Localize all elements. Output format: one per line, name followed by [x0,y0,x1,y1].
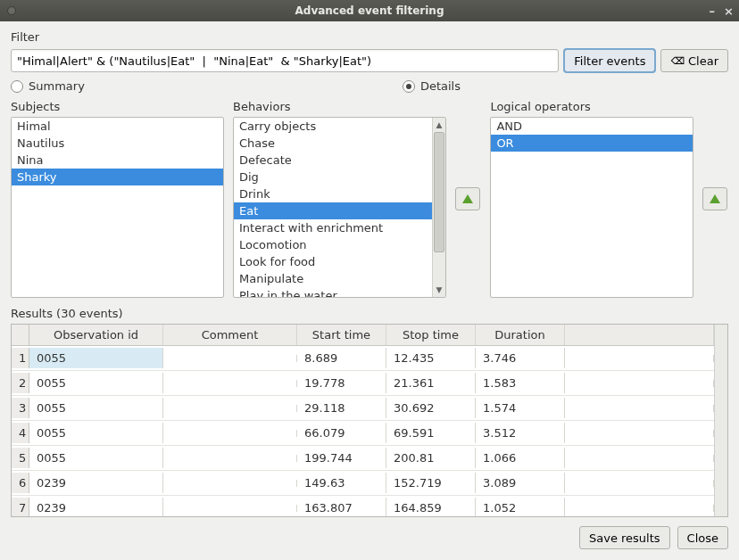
cell-start-time[interactable]: 163.807 [297,498,386,516]
list-item[interactable]: Chase [234,135,432,152]
table-row[interactable]: 70239163.807164.8591.052 [12,496,714,516]
scroll-up-icon[interactable]: ▲ [434,119,445,131]
cell-stop-time[interactable]: 69.591 [386,423,476,443]
operators-listbox[interactable]: ANDOR [490,117,693,298]
cell-observation-id[interactable]: 0055 [29,373,163,393]
cell-observation-id[interactable]: 0239 [29,498,163,516]
cell-comment[interactable] [163,380,297,387]
scrollbar[interactable] [714,325,727,516]
add-operator-button[interactable] [702,187,727,210]
list-item[interactable]: Himal [12,118,223,135]
cell-stop-time[interactable]: 152.719 [386,473,476,493]
close-window-icon[interactable]: × [724,4,734,18]
minimize-icon[interactable]: – [710,4,716,18]
cell-comment[interactable] [163,355,297,362]
col-duration[interactable]: Duration [476,325,565,345]
scroll-down-icon[interactable]: ▼ [434,284,445,296]
cell-duration[interactable]: 3.089 [476,473,565,493]
row-number: 1 [12,348,29,368]
filter-events-button[interactable]: Filter events [564,49,655,72]
list-item[interactable]: Sharky [12,169,223,185]
cell-start-time[interactable]: 29.118 [297,398,386,418]
cell-start-time[interactable]: 66.079 [297,423,386,443]
cell-comment[interactable] [163,455,297,462]
filter-input[interactable] [11,49,559,72]
list-item[interactable]: Drink [234,185,432,202]
arrow-up-icon [710,194,720,203]
list-item[interactable]: Nina [12,152,223,169]
cell-observation-id[interactable]: 0055 [29,348,163,368]
behaviors-listbox[interactable]: Carry objectsChaseDefecateDigDrinkEatInt… [233,117,446,298]
details-label: Details [420,79,461,93]
radio-icon [11,80,23,93]
arrow-up-icon [462,194,473,203]
table-row[interactable]: 3005529.11830.6921.574 [12,396,714,421]
list-item[interactable]: Nautilus [12,135,223,152]
cell-duration[interactable]: 1.574 [476,398,565,418]
table-row[interactable]: 2005519.77821.3611.583 [12,371,714,396]
cell-duration[interactable]: 1.066 [476,448,565,468]
cell-stop-time[interactable]: 30.692 [386,398,476,418]
list-item[interactable]: Look for food [234,253,432,270]
list-item[interactable]: Defecate [234,152,432,169]
row-number: 6 [12,473,29,493]
table-row[interactable]: 60239149.63152.7193.089 [12,471,714,496]
scrollbar[interactable]: ▲ ▼ [432,118,445,297]
cell-duration[interactable]: 3.746 [476,348,565,368]
subjects-label: Subjects [11,100,224,113]
cell-start-time[interactable]: 149.63 [297,473,386,493]
list-item[interactable]: OR [491,135,692,152]
view-details-radio[interactable]: Details [403,79,461,93]
operators-label: Logical operators [490,100,693,113]
view-summary-radio[interactable]: Summary [11,79,85,93]
subjects-listbox[interactable]: HimalNautilusNinaSharky [11,117,224,298]
cell-stop-time[interactable]: 164.859 [386,498,476,516]
clear-button[interactable]: ⌫ Clear [660,49,728,72]
row-number: 7 [12,498,29,516]
list-item[interactable]: Eat [234,202,432,219]
table-row[interactable]: 50055199.744200.811.066 [12,446,714,471]
cell-start-time[interactable]: 199.744 [297,448,386,468]
cell-start-time[interactable]: 19.778 [297,373,386,393]
radio-icon [403,80,415,93]
cell-observation-id[interactable]: 0055 [29,398,163,418]
cell-duration[interactable]: 1.052 [476,498,565,516]
cell-stop-time[interactable]: 12.435 [386,348,476,368]
cell-comment[interactable] [163,430,297,437]
results-label: Results (30 events) [11,307,728,320]
table-header: Observation id Comment Start time Stop t… [12,325,714,346]
add-behavior-button[interactable] [455,187,480,210]
cell-stop-time[interactable]: 21.361 [386,373,476,393]
col-comment[interactable]: Comment [163,325,297,345]
list-item[interactable]: Carry objects [234,118,432,135]
col-stop-time[interactable]: Stop time [386,325,476,345]
cell-comment[interactable] [163,480,297,487]
cell-observation-id[interactable]: 0239 [29,473,163,493]
list-item[interactable]: AND [491,118,692,135]
cell-duration[interactable]: 1.583 [476,373,565,393]
cell-start-time[interactable]: 8.689 [297,348,386,368]
scrollbar-thumb[interactable] [434,132,444,252]
save-results-button[interactable]: Save results [579,526,670,549]
col-observation-id[interactable]: Observation id [29,325,163,345]
list-item[interactable]: Locomotion [234,236,432,253]
cell-observation-id[interactable]: 0055 [29,448,163,468]
table-row[interactable]: 4005566.07969.5913.512 [12,421,714,446]
clear-button-label: Clear [688,54,718,68]
list-item[interactable]: Manipulate [234,270,432,287]
list-item[interactable]: Play in the water [234,287,432,297]
titlebar: Advanced event filtering – × [0,0,739,21]
results-table[interactable]: Observation id Comment Start time Stop t… [11,324,728,517]
table-row[interactable]: 100558.68912.4353.746 [12,346,714,371]
row-number: 3 [12,398,29,418]
cell-comment[interactable] [163,405,297,412]
close-button[interactable]: Close [677,526,728,549]
list-item[interactable]: Interact with enrichment [234,219,432,236]
cell-duration[interactable]: 3.512 [476,423,565,443]
col-start-time[interactable]: Start time [297,325,386,345]
list-item[interactable]: Dig [234,169,432,185]
cell-observation-id[interactable]: 0055 [29,423,163,443]
window-menu-icon[interactable] [7,6,16,15]
cell-comment[interactable] [163,505,297,512]
cell-stop-time[interactable]: 200.81 [386,448,476,468]
